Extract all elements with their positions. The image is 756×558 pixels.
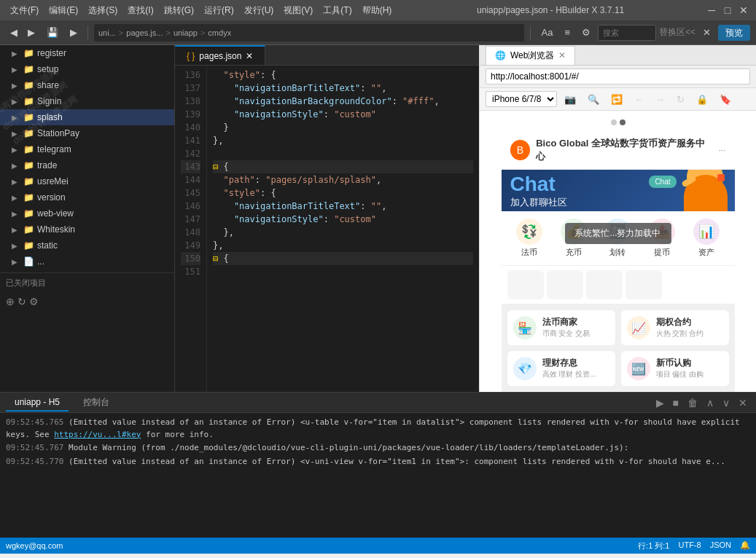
console-text: Module Warning (from ./node_modules/@dcl… xyxy=(69,443,628,452)
nav-icon-zichan[interactable]: 📊 资产 xyxy=(693,219,720,258)
sidebar-item-share[interactable]: ▶ 📁 share xyxy=(0,77,174,93)
font-size-button[interactable]: Aa xyxy=(537,25,557,40)
menu-jump[interactable]: 跳转(G) xyxy=(160,3,198,18)
refresh-button[interactable]: ↻ xyxy=(672,92,689,107)
console-timestamp: 09:52:45.767 xyxy=(6,443,63,452)
menu-file[interactable]: 文件(F) xyxy=(6,3,43,18)
folder-icon: 📁 xyxy=(23,176,34,186)
menu-view[interactable]: 视图(V) xyxy=(279,3,317,18)
loading-overlay: 系统繁忙...努力加载中 xyxy=(564,223,671,244)
menu-help[interactable]: 帮助(H) xyxy=(358,3,397,18)
console-scroll-down[interactable]: ∨ xyxy=(720,396,733,410)
console-tab-console[interactable]: 控制台 xyxy=(74,393,118,412)
toolbar: ◀ ▶ 💾 ▶ uni... > pages.js... > uniapp > … xyxy=(0,20,756,45)
address-input[interactable] xyxy=(486,68,750,85)
bookmark-button[interactable]: 🔖 xyxy=(715,92,736,107)
sidebar-item-register[interactable]: ▶ 📁 register xyxy=(0,45,174,61)
code-line xyxy=(213,265,473,278)
title-bar-left: 文件(F) 编辑(E) 选择(S) 查找(I) 跳转(G) 运行(R) 发行(U… xyxy=(6,3,396,18)
sidebar-item-trade[interactable]: ▶ 📁 trade xyxy=(0,157,174,173)
console-stop-btn[interactable]: ■ xyxy=(670,396,682,410)
sidebar-action-btn-3[interactable]: ⚙ xyxy=(29,296,39,307)
sidebar-item-webview[interactable]: ▶ 📁 web-view xyxy=(0,205,174,221)
save-button[interactable]: 💾 xyxy=(42,25,63,40)
run-button[interactable]: ▶ xyxy=(66,25,82,40)
nav-icon-fabi[interactable]: 💱 法币 xyxy=(516,219,542,258)
sidebar-item-usremei[interactable]: ▶ 📁 usreMei xyxy=(0,173,174,189)
collapse-arrow: ▶ xyxy=(12,146,20,154)
tab-close-btn[interactable]: ✕ xyxy=(246,51,253,61)
close-search[interactable]: ✕ xyxy=(698,25,715,40)
back-button[interactable]: ◀ xyxy=(6,25,22,40)
screenshot-button[interactable]: 📷 xyxy=(560,92,580,107)
sidebar-item-telegram[interactable]: ▶ 📁 telegram xyxy=(0,141,174,157)
search-input[interactable] xyxy=(598,25,656,41)
menu-publish[interactable]: 发行(U) xyxy=(240,3,278,18)
console-clear-btn[interactable]: 🗑 xyxy=(685,396,701,410)
address-bar[interactable] xyxy=(480,66,756,88)
editor-tab-bar[interactable]: { } pages.json ✕ xyxy=(175,45,479,66)
sidebar-item-more[interactable]: ▶ 📄 ... xyxy=(0,254,174,270)
folder-icon: 📁 xyxy=(23,208,34,219)
menu-select[interactable]: 选择(S) xyxy=(84,3,122,18)
device-selector[interactable]: iPhone 6/7/8 xyxy=(486,91,557,107)
separator-1 xyxy=(87,25,88,40)
sidebar-item-stationpay[interactable]: ▶ 📁 StationPay xyxy=(0,125,174,141)
menu-run[interactable]: 运行(R) xyxy=(200,3,238,18)
sidebar-item-whiteskin[interactable]: ▶ 📁 Whiteskin xyxy=(0,221,174,237)
preview-button[interactable]: 预览 xyxy=(718,25,750,41)
menu-item-icon: 📈 xyxy=(627,316,650,339)
mobile-preview: B Bico Global 全球站数字货币资产服务中心 ··· Chat 加入群… xyxy=(502,111,735,392)
menu-find[interactable]: 查找(I) xyxy=(123,3,157,18)
format-button[interactable]: ≡ xyxy=(560,25,574,40)
editor-tab-pages-json[interactable]: { } pages.json ✕ xyxy=(175,45,265,65)
sidebar-item-setup[interactable]: ▶ 📁 setup xyxy=(0,61,174,77)
nav-forward-btn[interactable]: → xyxy=(651,92,669,107)
banner-text: Chat 加入群聊社区 xyxy=(510,173,567,209)
sidebar-item-signin[interactable]: ▶ 📁 Signin xyxy=(0,93,174,109)
browser-tab-web[interactable]: 🌐 Web浏览器 ✕ xyxy=(486,46,575,65)
window-controls[interactable]: ─ □ ✕ xyxy=(705,4,750,17)
console-controls[interactable]: ▶ ■ 🗑 ∧ ∨ ✕ xyxy=(653,396,750,410)
forward-button[interactable]: ▶ xyxy=(23,25,39,40)
console-scroll-up[interactable]: ∧ xyxy=(704,396,717,410)
inspect-button[interactable]: 🔍 xyxy=(583,92,604,107)
menu-item-qiquan[interactable]: 📈 期权合约 火热 交割 合约 xyxy=(621,310,729,345)
browser-tab-close[interactable]: ✕ xyxy=(558,50,566,60)
nav-icon-label: 提币 xyxy=(654,247,670,258)
sidebar-item-static[interactable]: ▶ 📁 static xyxy=(0,237,174,254)
rotate-button[interactable]: 🔁 xyxy=(607,92,627,107)
menu-item-xinbi[interactable]: 🆕 新币认购 项目 偏佳 由购 xyxy=(621,351,729,386)
console-close-btn[interactable]: ✕ xyxy=(736,396,750,410)
more-button[interactable]: ··· xyxy=(718,145,725,155)
minimize-button[interactable]: ─ xyxy=(705,4,718,17)
sidebar-item-splash[interactable]: ▶ 📁 splash xyxy=(0,109,174,125)
nav-back-btn[interactable]: ← xyxy=(630,92,648,107)
menu-item-licai[interactable]: 💎 理财存息 高效 理财 投资... xyxy=(507,351,615,386)
menu-grid: 🏪 法币商家 币商 安全 交易 📈 期权合约 火热 交割 合约 xyxy=(502,304,735,392)
line-num: 146 xyxy=(181,200,200,213)
close-button[interactable]: ✕ xyxy=(737,4,750,17)
breadcrumb[interactable]: uni... > pages.js... > uniapp > cmdyx xyxy=(94,24,524,42)
line-num: 148 xyxy=(181,226,200,239)
sidebar-item-version[interactable]: ▶ 📁 version xyxy=(0,189,174,205)
maximize-button[interactable]: □ xyxy=(721,4,734,17)
browser-tab-bar[interactable]: 🌐 Web浏览器 ✕ xyxy=(480,45,756,66)
console-tab-h5[interactable]: uniapp - H5 xyxy=(6,394,69,412)
collapse-arrow: ▶ xyxy=(12,50,20,58)
console-tab-bar[interactable]: uniapp - H5 控制台 ▶ ■ 🗑 ∧ ∨ ✕ xyxy=(0,393,756,413)
page-indicator xyxy=(502,111,735,131)
menu-edit[interactable]: 编辑(E) xyxy=(44,3,82,18)
sidebar-action-btn-1[interactable]: ⊕ xyxy=(6,296,15,307)
code-line: "style": { xyxy=(213,186,473,200)
console-run-btn[interactable]: ▶ xyxy=(653,396,667,410)
filter-button[interactable]: ⚙ xyxy=(577,25,595,40)
code-line: "navigationBarTitleText": "", xyxy=(213,82,473,95)
sidebar-action-btn-2[interactable]: ↻ xyxy=(17,296,26,307)
menu-bar[interactable]: 文件(F) 编辑(E) 选择(S) 查找(I) 跳转(G) 运行(R) 发行(U… xyxy=(6,3,396,18)
menu-item-fabi[interactable]: 🏪 法币商家 币商 安全 交易 xyxy=(507,310,615,345)
nav-buttons[interactable]: ◀ ▶ xyxy=(6,25,39,40)
code-editor[interactable]: "style": { "navigationBarTitleText": "",… xyxy=(207,66,479,392)
console-link[interactable]: https://vu...l#key xyxy=(54,430,141,439)
menu-tools[interactable]: 工具(T) xyxy=(319,3,356,18)
